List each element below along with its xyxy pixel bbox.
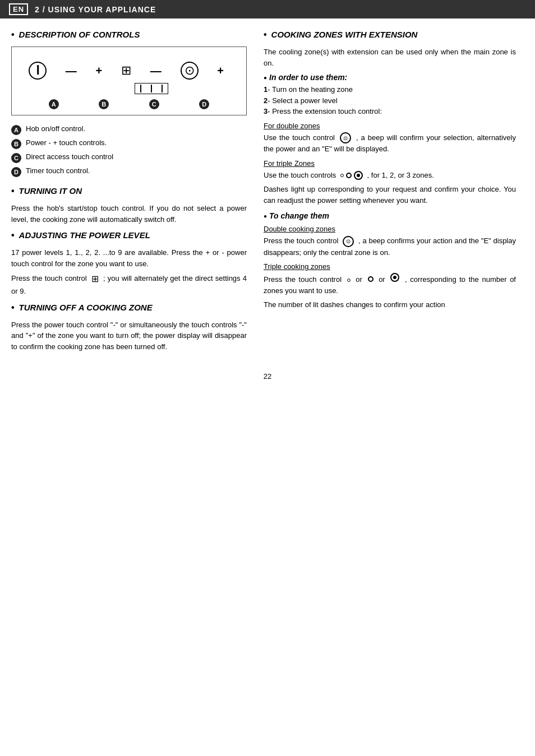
diagram-plus-2: + [217, 64, 224, 77]
label-b: B [99, 99, 109, 109]
for-triple-text: Use the touch controls , for 1, 2, or 3 … [264, 170, 516, 181]
label-c: C [149, 99, 159, 109]
right-column: • COOKING ZONES WITH EXTENSION The cooli… [264, 30, 516, 355]
triple-cooking-label: Triple cooking zones [264, 262, 516, 271]
bullet-turning-on: • [11, 186, 15, 196]
for-double-label: For double zones [264, 122, 516, 130]
header-bar: EN 2 / USING YOUR APPLIANCE [0, 0, 535, 18]
bullet-to-change: ● [264, 213, 267, 219]
adjusting-text1: 17 power levels 1, 1., 2, 2. ...to 9 are… [11, 247, 247, 269]
dot-medium [346, 173, 352, 178]
diagram-item-b: ⊞ [121, 63, 131, 78]
page-number: 22 [0, 372, 535, 381]
turning-off-text: Press the power touch control "-" or sim… [11, 319, 247, 353]
in-order-heading: ● In order to use them: [264, 73, 516, 82]
ctrl-a: A [11, 125, 21, 135]
bullet-cooking: • [264, 30, 267, 40]
triple-dot-large [390, 275, 403, 284]
header-separator: / [40, 5, 48, 14]
for-triple-label: For triple Zones [264, 159, 516, 168]
to-change-heading: ● To change them [264, 211, 516, 220]
label-a: A [49, 99, 59, 109]
control-item-d: D Timer touch control. [11, 166, 247, 177]
lit-dashes-text: The number of lit dashes changes to conf… [264, 299, 516, 310]
turning-on-text: Press the hob's start/stop touch control… [11, 203, 247, 225]
hob-diagram: Ⅰ — + ⊞ — ⊙ + [11, 47, 247, 115]
turning-on-title: • TURNING IT ON [11, 186, 247, 196]
dot-small [340, 174, 344, 177]
ctrl-a-text: Hob on/off control. [26, 124, 85, 133]
dot-large [354, 171, 363, 180]
diagram-minus-1: — [66, 64, 77, 77]
label-d-badge: D [199, 99, 209, 109]
bullet-icon: • [11, 30, 15, 40]
diagram-item-a: Ⅰ [29, 62, 47, 80]
bullet-adjusting: • [11, 230, 15, 240]
stove-icon: ⊞ [91, 274, 99, 284]
ctrl-d-text: Timer touch control. [26, 166, 90, 175]
control-item-a: A Hob on/off control. [11, 124, 247, 135]
triple-zone-icons [340, 171, 365, 179]
turning-off-title: • TURNING OFF A COOKING ZONE [11, 303, 247, 313]
adjusting-text2: Press the touch control ⊞ ; you will alt… [11, 272, 247, 297]
step-1: 1- Turn on the heating zone [264, 84, 516, 95]
step-2: 2- Select a power level [264, 95, 516, 106]
language-label: EN [9, 3, 28, 15]
ctrl-c: C [11, 153, 21, 163]
ctrl-d: D [11, 167, 21, 177]
diagram-plus-1: + [96, 64, 103, 77]
cooking-zones-title: • COOKING ZONES WITH EXTENSION [264, 30, 516, 40]
steps-list: 1- Turn on the heating zone 2- Select a … [264, 84, 516, 117]
control-item-c: C Direct access touch control [11, 152, 247, 163]
ctrl-c-text: Direct access touch control [26, 152, 113, 161]
bullet-in-order: ● [264, 75, 267, 81]
triple-cooking-text: Press the touch control or or , correspo… [264, 273, 516, 296]
dot-icons-group [340, 171, 363, 180]
diagram-middle-row [23, 83, 235, 94]
left-column: • DESCRIPTION OF CONTROLS Ⅰ — + ⊞ — [11, 30, 247, 355]
label-d: D [199, 99, 209, 109]
cooking-zones-intro: The cooling zone(s) with extension can b… [264, 47, 516, 68]
double-zone-icon2: ⊙ [343, 236, 354, 247]
for-double-text: Use the touch control ⊙ , a beep will co… [264, 132, 516, 155]
diagram-labels: A B C D [23, 99, 235, 109]
diagram-minus-2: — [150, 64, 162, 77]
ctrl-b-text: Power - + touch controls. [26, 138, 107, 147]
label-c-badge: C [149, 99, 159, 109]
label-b-badge: B [99, 99, 109, 109]
description-title: • DESCRIPTION OF CONTROLS [11, 30, 247, 40]
section-number: 2 [35, 5, 40, 14]
circle-icon-double2: ⊙ [343, 236, 356, 245]
dashes-text: Dashes light up corresponding to your re… [264, 184, 516, 206]
control-item-b: B Power - + touch controls. [11, 138, 247, 149]
diagram-item-d: ⊙ [181, 62, 199, 80]
triple-dot-medium [368, 275, 377, 284]
double-zone-icon: ⊙ [340, 132, 351, 143]
ctrl-b: B [11, 139, 21, 149]
circle-icon-double: ⊙ [340, 133, 354, 142]
double-cooking-label: Double cooking zones [264, 225, 516, 233]
step-3: 3- Press the extension touch control: [264, 106, 516, 117]
control-list: A Hob on/off control. B Power - + touch … [11, 124, 247, 177]
triple-dot-small [347, 275, 354, 284]
adjusting-title: • ADJUSTING THE POWER LEVEL [11, 230, 247, 240]
double-cooking-text: Press the touch control ⊙ , a beep confi… [264, 235, 516, 258]
section-title: USING YOUR APPLIANCE [48, 5, 156, 14]
page-content: • DESCRIPTION OF CONTROLS Ⅰ — + ⊞ — [0, 30, 535, 355]
label-a-badge: A [49, 99, 59, 109]
bullet-turning-off: • [11, 303, 15, 313]
